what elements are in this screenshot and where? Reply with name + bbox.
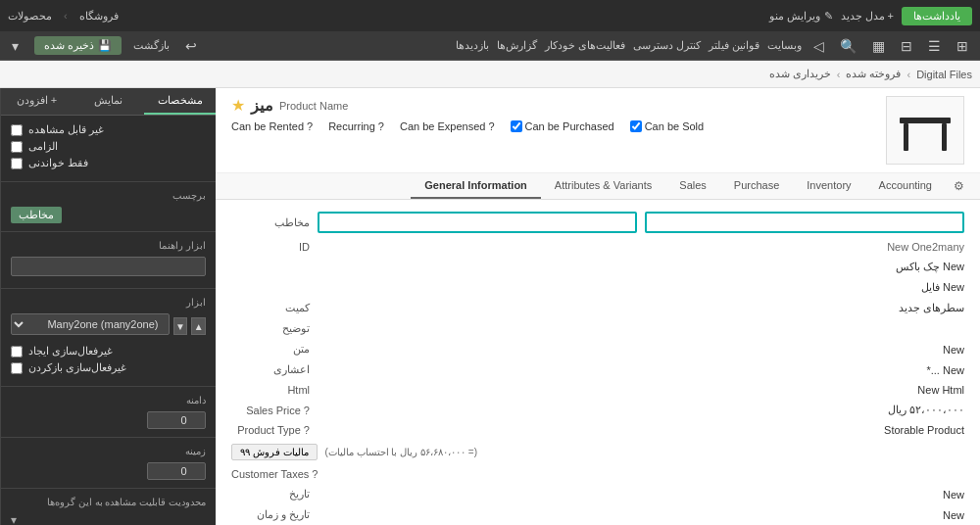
- background-input[interactable]: [147, 462, 206, 480]
- can-be-expensed-checkbox[interactable]: ? Can be Expensed: [400, 120, 495, 132]
- disable-open-checkbox[interactable]: [11, 362, 23, 374]
- can-be-sold-input[interactable]: [630, 120, 642, 132]
- disable-create-checkbox[interactable]: [11, 346, 23, 358]
- sidebar-label-section: برچسب مخاطب: [1, 182, 216, 232]
- sidebar-group-visibility-section: محدودیت قابلیت مشاهده به این گروه‌ها ▾: [1, 489, 216, 525]
- undo-icon[interactable]: ↩: [181, 36, 201, 56]
- tabs-bar: ⚙ Accounting Inventory Purchase Sales At…: [216, 173, 980, 200]
- tab-gear-icon[interactable]: ⚙: [946, 173, 972, 199]
- paste-button[interactable]: یادداشت‌ها: [902, 7, 972, 25]
- child-activities-nav[interactable]: فعالیت‌های خودکار: [545, 39, 625, 52]
- product-info: Product Name میز ★ Can be Sold Can be Pu…: [231, 96, 870, 132]
- tab-inventory[interactable]: Inventory: [793, 173, 864, 199]
- can-be-purchased-input[interactable]: [511, 120, 522, 132]
- top-navbar: یادداشت‌ها + مدل جدید ✎ ویرایش منو فروشگ…: [0, 0, 980, 31]
- products-nav[interactable]: محصولات: [8, 10, 52, 23]
- spinner-up[interactable]: ▲: [191, 317, 206, 335]
- tab-accounting[interactable]: Accounting: [865, 173, 946, 199]
- dropdown-icon[interactable]: ▾: [8, 36, 23, 56]
- save-button[interactable]: 💾 ذخیره شده: [34, 36, 122, 55]
- can-be-expensed-text: Can be Expensed: [400, 120, 485, 132]
- tax-button[interactable]: مالیات فروش ۹۹: [231, 444, 318, 460]
- svg-rect-0: [900, 118, 951, 123]
- undo-nav[interactable]: بازگشت: [133, 39, 170, 52]
- filter-rules-nav[interactable]: قوانین فیلتر: [709, 39, 760, 52]
- disable-open-row: غیرفعال‌سازی بازکردن: [11, 361, 206, 374]
- sales-price-label-q: ?: [301, 405, 310, 416]
- edit-menu-nav[interactable]: ✎ ویرایش منو: [769, 10, 832, 23]
- customer-taxes-label: ? Customer Taxes: [231, 468, 318, 480]
- html-row: New Html Html: [231, 384, 964, 396]
- text-value: New: [318, 344, 964, 356]
- not-visible-checkbox[interactable]: [11, 124, 23, 136]
- can-be-purchased-checkbox[interactable]: Can be Purchased: [511, 120, 614, 132]
- addressee-row: مخاطب: [231, 212, 964, 233]
- breadcrumb-item-1[interactable]: خریداری شده: [769, 68, 831, 80]
- disable-create-row: غیرفعال‌سازی ایجاد: [11, 345, 206, 358]
- tool-help-input[interactable]: [11, 257, 206, 276]
- disable-create-label: غیرفعال‌سازی ایجاد: [28, 345, 113, 358]
- recurring-checkbox[interactable]: ? Recurring: [328, 120, 384, 132]
- access-control-nav[interactable]: کنترل دسترسی: [633, 39, 701, 52]
- expand-icon[interactable]: ▾: [11, 513, 17, 525]
- form-icon[interactable]: ▦: [868, 36, 889, 56]
- product-name-label: Product Name: [279, 100, 348, 112]
- sidebar-tab-properties[interactable]: مشخصات: [144, 88, 216, 115]
- description-label: توضیح: [231, 322, 310, 335]
- breadcrumb-item-3[interactable]: Digital Files: [916, 69, 972, 80]
- required-checkbox[interactable]: [11, 141, 23, 153]
- can-be-rented-checkbox[interactable]: ? Can be Rented: [231, 120, 313, 132]
- new-model-nav[interactable]: + مدل جدید: [841, 10, 895, 23]
- html-value: New Html: [318, 384, 964, 396]
- sidebar-tab-display[interactable]: نمایش: [73, 88, 144, 115]
- quantity-label: کمیت: [231, 302, 310, 314]
- new-checkbox-row: New چک باکس: [231, 261, 964, 273]
- addressee-input-1[interactable]: [645, 212, 964, 233]
- tool-help-title: ابزار راهنما: [11, 240, 206, 251]
- can-be-expensed-label: ?: [488, 120, 494, 132]
- kanban-icon[interactable]: ⊟: [897, 36, 916, 56]
- new-lines-value: سطرهای جدید: [318, 302, 964, 314]
- range-input[interactable]: [147, 411, 206, 429]
- plus-icon: +: [888, 10, 894, 22]
- back-icon[interactable]: ◁: [809, 36, 828, 56]
- search-icon[interactable]: 🔍: [836, 36, 860, 56]
- tab-sales[interactable]: Sales: [665, 173, 720, 199]
- website-nav[interactable]: وبسایت: [767, 39, 802, 52]
- storable-product-value: Storable Product: [318, 424, 964, 436]
- read-only-checkbox[interactable]: [11, 158, 23, 169]
- tab-general-info[interactable]: General Information: [411, 173, 541, 199]
- product-image: [886, 96, 964, 165]
- datetime-label: تاریخ و زمان: [231, 508, 310, 521]
- breadcrumb-item-2[interactable]: فروخته شده: [846, 68, 901, 80]
- new-file-value: New فایل: [231, 281, 964, 294]
- star-icon[interactable]: ★: [231, 96, 245, 115]
- product-name-value: میز: [251, 96, 273, 115]
- spinner-down[interactable]: ▼: [173, 317, 188, 335]
- svg-rect-2: [942, 123, 947, 151]
- content-area: Product Name میز ★ Can be Sold Can be Pu…: [216, 88, 980, 525]
- tool-select[interactable]: Many2one (many2one): [11, 313, 169, 335]
- text-row: New متن: [231, 343, 964, 356]
- date-label: تاریخ: [231, 488, 310, 501]
- recurring-label-q: ?: [378, 120, 384, 132]
- grid-icon[interactable]: ⊞: [953, 36, 972, 56]
- html-label: Html: [231, 384, 310, 396]
- required-row: الزامی: [11, 140, 206, 153]
- tab-purchase[interactable]: Purchase: [720, 173, 793, 199]
- store-nav[interactable]: فروشگاه: [79, 10, 119, 23]
- tax-row: (= ۵۶،۶۸۰،۰۰۰ ریال با احتساب مالیات) مال…: [231, 444, 964, 460]
- can-be-sold-checkbox[interactable]: Can be Sold: [630, 120, 705, 132]
- sidebar-tab-add[interactable]: + افزودن: [1, 88, 73, 115]
- tab-attributes[interactable]: Attributes & Variants: [541, 173, 665, 199]
- reports-nav[interactable]: گزارش‌ها: [497, 39, 537, 52]
- visits-nav[interactable]: بازدیدها: [456, 39, 489, 52]
- read-only-label: فقط خواندنی: [28, 157, 88, 169]
- main-wrapper: Product Name میز ★ Can be Sold Can be Pu…: [0, 88, 980, 525]
- datetime-value: New: [318, 509, 964, 521]
- list-icon[interactable]: ☰: [924, 36, 945, 56]
- addressee-input-2[interactable]: [318, 212, 637, 233]
- addressee-active[interactable]: مخاطب: [11, 207, 62, 223]
- sidebar-background-section: زمینه: [1, 438, 216, 489]
- can-be-rented-label-q: ?: [307, 120, 313, 132]
